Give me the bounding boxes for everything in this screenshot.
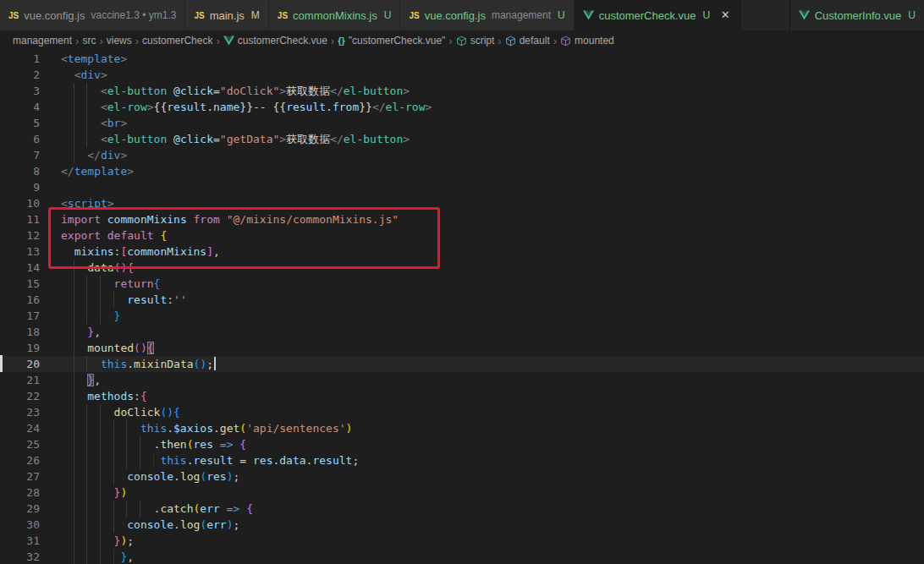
code-line-16[interactable]: 16result:'' bbox=[0, 292, 924, 308]
code-line-3[interactable]: 3<el-button @click="doClick">获取数据</el-bu… bbox=[0, 83, 924, 99]
code-line-5[interactable]: 5<br> bbox=[0, 115, 924, 131]
code-line-29[interactable]: 29.catch(err => { bbox=[0, 501, 924, 517]
code-token: < bbox=[61, 52, 68, 65]
line-number: 25 bbox=[0, 436, 40, 452]
line-number: 9 bbox=[0, 179, 40, 195]
code-line-18[interactable]: 18}, bbox=[0, 324, 924, 340]
tab-commonMixins.js[interactable]: JScommonMixins.jsU bbox=[269, 0, 400, 30]
code-line-content: data(){ bbox=[40, 260, 134, 276]
tab-vue.config.js[interactable]: JSvue.config.jsmanagementU bbox=[400, 0, 573, 30]
tab-main.js[interactable]: JSmain.jsM bbox=[185, 0, 267, 30]
code-token: { bbox=[147, 342, 154, 354]
code-token: { bbox=[140, 390, 147, 402]
code-line-9[interactable]: 9 bbox=[0, 179, 924, 195]
code-token: > bbox=[120, 52, 127, 65]
tab-label: CustomerInfo.vue bbox=[815, 9, 902, 22]
code-token: methods bbox=[87, 390, 134, 402]
breadcrumb-label: script bbox=[470, 35, 495, 47]
code-line-1[interactable]: 1<template> bbox=[0, 51, 924, 67]
code-line-27[interactable]: 27console.log(res); bbox=[0, 468, 924, 485]
code-line-26[interactable]: 26this.result = res.data.result; bbox=[0, 452, 924, 468]
code-line-20[interactable]: 20this.mixinData(); bbox=[0, 356, 924, 372]
close-icon[interactable]: ✕ bbox=[718, 8, 733, 23]
code-line-32[interactable]: 32}, bbox=[0, 549, 924, 564]
code-line-15[interactable]: 15return{ bbox=[0, 276, 924, 292]
code-token: get bbox=[220, 422, 239, 435]
breadcrumb-separator-icon: › bbox=[498, 35, 501, 47]
code-token: ) bbox=[227, 470, 234, 483]
line-number: 17 bbox=[0, 308, 40, 324]
code-line-content: <br> bbox=[40, 115, 127, 131]
breadcrumb-item-customerCheck.vue[interactable]: {}"customerCheck.vue" bbox=[338, 35, 445, 47]
line-number: 7 bbox=[0, 147, 40, 163]
breadcrumb-item-default[interactable]: default bbox=[505, 35, 550, 47]
code-line-31[interactable]: 31}); bbox=[0, 533, 924, 549]
code-token: < bbox=[101, 85, 107, 97]
tab-label: vue.config.js bbox=[24, 9, 85, 22]
tab-customerCheck.vue[interactable]: customerCheck.vueU✕ bbox=[575, 0, 742, 30]
code-line-8[interactable]: 8</template> bbox=[0, 163, 924, 179]
code-token: console bbox=[127, 470, 173, 483]
line-number: 12 bbox=[0, 227, 40, 244]
indent-guides bbox=[61, 388, 87, 404]
code-line-17[interactable]: 17} bbox=[0, 308, 924, 324]
code-line-25[interactable]: 25.then(res => { bbox=[0, 436, 924, 452]
indent-guides bbox=[61, 340, 87, 356]
code-line-content: doClick(){ bbox=[40, 404, 180, 420]
code-token: name bbox=[213, 101, 239, 113]
breadcrumb-item-mounted[interactable]: mounted bbox=[560, 35, 614, 47]
code-line-14[interactable]: 14data(){ bbox=[0, 260, 924, 276]
code-line-content bbox=[40, 179, 61, 195]
code-line-24[interactable]: 24this.$axios.get('api/sentences') bbox=[0, 420, 924, 436]
code-line-12[interactable]: 12export default { bbox=[0, 227, 924, 244]
code-line-content: <el-button @click="getData">获取数据</el-but… bbox=[40, 131, 410, 147]
breadcrumb-item-customerCheck[interactable]: customerCheck bbox=[142, 35, 212, 47]
code-line-13[interactable]: 13mixins:[commonMixins], bbox=[0, 244, 924, 260]
javascript-file-icon: JS bbox=[409, 11, 419, 20]
symbol-script-icon bbox=[456, 36, 467, 47]
line-number: 23 bbox=[0, 404, 40, 420]
code-line-6[interactable]: 6<el-button @click="getData">获取数据</el-bu… bbox=[0, 131, 924, 147]
code-token: > bbox=[120, 117, 127, 129]
code-line-4[interactable]: 4<el-row>{{result.name}}-- {{result.from… bbox=[0, 99, 924, 115]
breadcrumb-item-views[interactable]: views bbox=[107, 35, 132, 47]
code-token: ) bbox=[227, 518, 234, 531]
breadcrumb-item-customerCheck.vue[interactable]: customerCheck.vue bbox=[223, 35, 327, 47]
code-line-10[interactable]: 10<script> bbox=[0, 195, 924, 211]
breadcrumb-item-src[interactable]: src bbox=[82, 35, 96, 47]
code-token: template bbox=[74, 165, 128, 178]
code-line-content: import commonMixins from "@/mixins/commo… bbox=[40, 211, 399, 227]
code-token: . bbox=[206, 101, 213, 113]
code-line-7[interactable]: 7</div> bbox=[0, 147, 924, 163]
code-line-content: }) bbox=[40, 485, 127, 501]
tab-vue.config.js[interactable]: JSvue.config.jsvaccine1.3 • ym1.3 bbox=[0, 0, 184, 30]
code-line-23[interactable]: 23doClick(){ bbox=[0, 404, 924, 420]
tab-label: customerCheck.vue bbox=[599, 9, 696, 22]
code-line-21[interactable]: 21}, bbox=[0, 372, 924, 388]
line-number: 10 bbox=[0, 195, 40, 211]
tab-label: commonMixins.js bbox=[293, 9, 377, 22]
code-token bbox=[220, 213, 227, 226]
code-line-content: console.log(res); bbox=[40, 468, 239, 485]
code-token: < bbox=[61, 197, 68, 210]
code-line-30[interactable]: 30console.log(err); bbox=[0, 517, 924, 533]
code-line-19[interactable]: 19mounted(){ bbox=[0, 340, 924, 356]
code-token: . bbox=[187, 454, 194, 467]
breadcrumb-item-script[interactable]: script bbox=[456, 35, 495, 47]
indent-guides bbox=[61, 436, 154, 452]
code-token: . bbox=[173, 518, 180, 531]
code-token: div bbox=[101, 149, 120, 162]
code-token: ) bbox=[140, 342, 147, 354]
code-token bbox=[213, 438, 220, 451]
code-line-11[interactable]: 11import commonMixins from "@/mixins/com… bbox=[0, 211, 924, 227]
code-editor[interactable]: 1<template>2<div>3<el-button @click="doC… bbox=[0, 51, 924, 564]
code-token: }}-- {{ bbox=[239, 101, 286, 113]
code-token: }} bbox=[359, 101, 372, 113]
code-line-22[interactable]: 22methods:{ bbox=[0, 388, 924, 404]
tab-CustomerInfo.vue[interactable]: CustomerInfo.vueU bbox=[789, 0, 924, 30]
code-line-28[interactable]: 28}) bbox=[0, 485, 924, 501]
code-token: return bbox=[114, 277, 154, 290]
code-line-2[interactable]: 2<div> bbox=[0, 67, 924, 83]
breadcrumb-item-management[interactable]: management bbox=[13, 35, 72, 47]
code-token: > bbox=[127, 165, 134, 178]
